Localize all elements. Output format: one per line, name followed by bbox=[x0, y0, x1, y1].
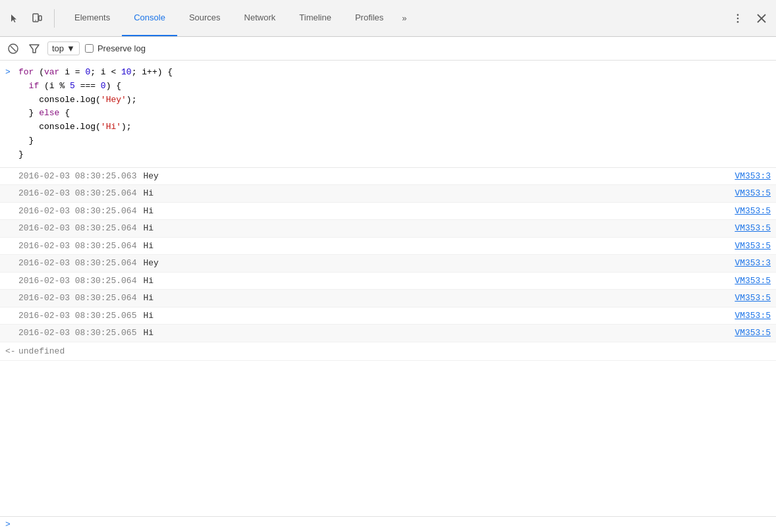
close-icon[interactable] bbox=[752, 9, 771, 28]
preserve-log-label[interactable]: Preserve log bbox=[85, 43, 146, 53]
toolbar-icons bbox=[5, 9, 55, 28]
log-timestamp: 2016-02-03 08:30:25.064 bbox=[18, 240, 136, 253]
code-line-4: } else { bbox=[18, 107, 771, 120]
log-timestamp: 2016-02-03 08:30:25.064 bbox=[18, 187, 136, 200]
code-prompt: > bbox=[5, 66, 11, 79]
log-timestamp: 2016-02-03 08:30:25.063 bbox=[18, 170, 136, 183]
tab-elements[interactable]: Elements bbox=[63, 0, 122, 36]
console-content[interactable]: > for (var i = 0; i < 10; i++) { if (i %… bbox=[0, 61, 776, 516]
log-message: Hey bbox=[143, 257, 158, 270]
filter-icon[interactable] bbox=[26, 41, 42, 57]
code-line-2: if (i % 5 === 0) { bbox=[18, 80, 771, 93]
log-message: Hi bbox=[143, 327, 153, 340]
console-main: > for (var i = 0; i < 10; i++) { if (i %… bbox=[0, 61, 776, 532]
svg-point-3 bbox=[737, 14, 739, 16]
log-source-link[interactable]: VM353:3 bbox=[734, 257, 771, 270]
log-source-link[interactable]: VM353:5 bbox=[734, 187, 771, 200]
log-timestamp: 2016-02-03 08:30:25.064 bbox=[18, 275, 136, 288]
log-message: Hi bbox=[143, 240, 153, 253]
log-timestamp: 2016-02-03 08:30:25.064 bbox=[18, 222, 136, 235]
log-message: Hi bbox=[143, 275, 153, 288]
tab-more[interactable]: » bbox=[395, 0, 413, 36]
cursor-icon[interactable] bbox=[5, 9, 24, 28]
log-message: Hi bbox=[143, 309, 153, 323]
log-row: 2016-02-03 08:30:25.064HeyVM353:3 bbox=[0, 255, 776, 273]
svg-point-5 bbox=[737, 21, 739, 23]
code-line-1: for (var i = 0; i < 10; i++) { bbox=[18, 66, 771, 80]
log-source-link[interactable]: VM353:3 bbox=[734, 170, 771, 183]
tab-profiles[interactable]: Profiles bbox=[343, 0, 395, 36]
log-source-link[interactable]: VM353:5 bbox=[734, 275, 771, 288]
log-source-link[interactable]: VM353:5 bbox=[734, 292, 771, 305]
svg-line-9 bbox=[11, 46, 16, 51]
device-icon[interactable] bbox=[28, 9, 46, 28]
log-row: 2016-02-03 08:30:25.064HiVM353:5 bbox=[0, 290, 776, 307]
code-line-7: } bbox=[18, 148, 771, 162]
log-timestamp: 2016-02-03 08:30:25.064 bbox=[18, 292, 136, 305]
chevron-down-icon: ▼ bbox=[67, 43, 75, 53]
log-source-link[interactable]: VM353:5 bbox=[734, 222, 771, 235]
log-message: Hey bbox=[143, 170, 158, 183]
code-line-5: console.log('Hi'); bbox=[18, 120, 771, 134]
log-source-link[interactable]: VM353:5 bbox=[734, 205, 771, 218]
log-row: 2016-02-03 08:30:25.065HiVM353:5 bbox=[0, 325, 776, 342]
log-rows: 2016-02-03 08:30:25.063HeyVM353:32016-02… bbox=[0, 168, 776, 342]
filter-bar: top ▼ Preserve log bbox=[0, 37, 776, 61]
toolbar: Elements Console Sources Network Timelin… bbox=[0, 0, 776, 37]
console-input-row[interactable]: > bbox=[0, 516, 776, 532]
log-source-link[interactable]: VM353:5 bbox=[734, 327, 771, 340]
log-timestamp: 2016-02-03 08:30:25.064 bbox=[18, 257, 136, 270]
console-input[interactable] bbox=[14, 519, 771, 529]
arrow-left-icon: <- bbox=[5, 345, 16, 358]
log-row: 2016-02-03 08:30:25.063HeyVM353:3 bbox=[0, 168, 776, 186]
log-row: 2016-02-03 08:30:25.064HiVM353:5 bbox=[0, 185, 776, 203]
tab-console[interactable]: Console bbox=[122, 0, 177, 36]
log-message: Hi bbox=[143, 187, 153, 200]
tabs: Elements Console Sources Network Timelin… bbox=[63, 0, 414, 36]
log-message: Hi bbox=[143, 205, 153, 218]
svg-point-4 bbox=[737, 17, 739, 19]
log-source-link[interactable]: VM353:5 bbox=[734, 309, 771, 323]
log-timestamp: 2016-02-03 08:30:25.065 bbox=[18, 309, 136, 323]
tab-network[interactable]: Network bbox=[233, 0, 288, 36]
toolbar-right bbox=[729, 9, 771, 28]
code-line-3: console.log('Hey'); bbox=[18, 93, 771, 107]
tab-timeline[interactable]: Timeline bbox=[287, 0, 343, 36]
input-prompt: > bbox=[5, 519, 11, 529]
undefined-row: <- undefined bbox=[0, 342, 776, 361]
log-message: Hi bbox=[143, 292, 153, 305]
log-row: 2016-02-03 08:30:25.064HiVM353:5 bbox=[0, 203, 776, 221]
preserve-log-checkbox[interactable] bbox=[85, 44, 94, 53]
context-dropdown[interactable]: top ▼ bbox=[47, 41, 80, 55]
log-source-link[interactable]: VM353:5 bbox=[734, 240, 771, 253]
svg-point-2 bbox=[35, 20, 36, 21]
log-row: 2016-02-03 08:30:25.064HiVM353:5 bbox=[0, 220, 776, 238]
log-timestamp: 2016-02-03 08:30:25.065 bbox=[18, 327, 136, 340]
log-timestamp: 2016-02-03 08:30:25.064 bbox=[18, 205, 136, 218]
overflow-menu-icon[interactable] bbox=[729, 9, 747, 28]
svg-marker-10 bbox=[30, 45, 39, 53]
log-row: 2016-02-03 08:30:25.065HiVM353:5 bbox=[0, 307, 776, 325]
log-message: Hi bbox=[143, 222, 153, 235]
svg-rect-1 bbox=[39, 16, 42, 20]
log-row: 2016-02-03 08:30:25.064HiVM353:5 bbox=[0, 238, 776, 255]
code-line-6: } bbox=[18, 134, 771, 148]
log-row: 2016-02-03 08:30:25.064HiVM353:5 bbox=[0, 273, 776, 290]
clear-console-icon[interactable] bbox=[5, 41, 21, 57]
code-input-block: > for (var i = 0; i < 10; i++) { if (i %… bbox=[0, 61, 776, 168]
tab-sources[interactable]: Sources bbox=[177, 0, 233, 36]
